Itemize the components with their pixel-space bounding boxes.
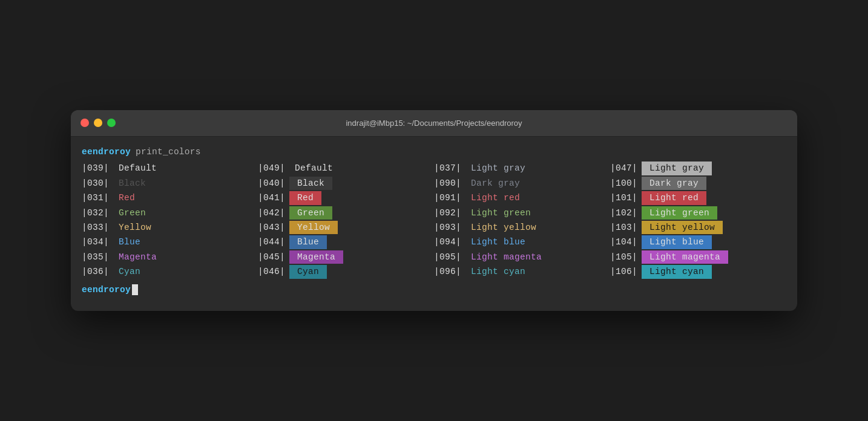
- color-code: |037|: [434, 162, 465, 175]
- list-item: |035| Magenta: [82, 250, 258, 264]
- color-label: Light magenta: [465, 250, 542, 264]
- prompt-username: eendroroy: [82, 145, 131, 158]
- list-item: |049| Default: [258, 161, 434, 175]
- color-label: Light gray: [642, 162, 712, 175]
- color-label: Cyan: [113, 265, 140, 278]
- list-item: |039| Default: [82, 161, 258, 175]
- list-item: |032| Green: [82, 206, 258, 220]
- color-code: |041|: [258, 191, 289, 204]
- list-item: |094| Light blue: [434, 235, 610, 249]
- list-item: |041| Red: [258, 191, 434, 205]
- list-item: |100| Dark gray: [610, 176, 786, 191]
- list-item: |104| Light blue: [610, 235, 786, 249]
- titlebar: indrajit@iMbp15: ~/Documents/Projects/ee…: [71, 110, 797, 137]
- color-code: |102|: [610, 206, 642, 220]
- terminal-window: indrajit@iMbp15: ~/Documents/Projects/ee…: [71, 110, 797, 312]
- terminal-body[interactable]: eendroroy print_colors |039| Default |03…: [71, 137, 797, 312]
- color-code: |039|: [82, 162, 113, 175]
- color-label: Default: [289, 162, 333, 175]
- color-code: |045|: [258, 250, 289, 264]
- color-code: |033|: [82, 221, 113, 234]
- list-item: |096| Light cyan: [434, 264, 610, 279]
- color-label: Magenta: [289, 250, 343, 264]
- color-label: Green: [113, 206, 146, 220]
- color-code: |094|: [434, 235, 465, 249]
- list-item: |045| Magenta: [258, 250, 434, 264]
- color-table: |039| Default |030| Black |031| Red |032…: [82, 161, 786, 279]
- list-item: |034| Blue: [82, 235, 258, 249]
- list-item: |040| Black: [258, 176, 434, 191]
- color-code: |103|: [610, 221, 642, 234]
- list-item: |090| Dark gray: [434, 176, 610, 191]
- maximize-button[interactable]: [107, 119, 116, 127]
- color-label: Light yellow: [642, 221, 723, 234]
- color-code: |044|: [258, 235, 289, 249]
- color-label: Light cyan: [642, 265, 712, 278]
- color-code: |101|: [610, 191, 642, 204]
- color-label: Light cyan: [465, 265, 525, 278]
- list-item: |033| Yellow: [82, 220, 258, 235]
- list-item: |042| Green: [258, 206, 434, 220]
- color-code: |092|: [434, 206, 465, 220]
- color-code: |104|: [610, 235, 642, 249]
- color-label: Red: [289, 191, 321, 204]
- color-code: |036|: [82, 265, 113, 278]
- color-code: |035|: [82, 250, 113, 264]
- list-item: |043| Yellow: [258, 220, 434, 235]
- list-item: |031| Red: [82, 191, 258, 205]
- color-code: |049|: [258, 162, 289, 175]
- color-code: |034|: [82, 235, 113, 249]
- color-code: |091|: [434, 191, 465, 204]
- color-label: Red: [113, 191, 135, 204]
- color-code: |046|: [258, 265, 289, 278]
- color-code: |031|: [82, 191, 113, 204]
- color-code: |095|: [434, 250, 465, 264]
- cursor-block: [132, 284, 138, 295]
- col-light-background: |047| Light gray |100| Dark gray |101| L…: [610, 161, 786, 279]
- list-item: |091| Light red: [434, 191, 610, 205]
- window-title: indrajit@iMbp15: ~/Documents/Projects/ee…: [346, 119, 522, 128]
- list-item: |030| Black: [82, 176, 258, 191]
- color-label: Light red: [642, 191, 706, 204]
- list-item: |101| Light red: [610, 191, 786, 205]
- color-label: Yellow: [113, 221, 151, 234]
- color-label: Green: [289, 206, 332, 220]
- color-code: |090|: [434, 177, 465, 190]
- color-label: Default: [113, 162, 157, 175]
- minimize-button[interactable]: [94, 119, 102, 127]
- color-code: |043|: [258, 221, 289, 234]
- list-item: |095| Light magenta: [434, 250, 610, 264]
- list-item: |093| Light yellow: [434, 220, 610, 235]
- color-label: Dark gray: [465, 177, 520, 190]
- list-item: |036| Cyan: [82, 264, 258, 279]
- color-label: Light gray: [465, 162, 525, 175]
- color-label: Light yellow: [465, 221, 536, 234]
- color-label: Black: [113, 177, 146, 190]
- prompt-command: print_colors: [136, 145, 201, 158]
- list-item: |103| Light yellow: [610, 220, 786, 235]
- list-item: |106| Light cyan: [610, 264, 786, 279]
- bottom-prompt-line: eendroroy: [82, 283, 786, 296]
- list-item: |047| Light gray: [610, 161, 786, 175]
- color-code: |032|: [82, 206, 113, 220]
- color-label: Cyan: [289, 265, 327, 278]
- color-label: Light green: [642, 206, 717, 220]
- color-label: Light red: [465, 191, 520, 204]
- list-item: |046| Cyan: [258, 264, 434, 279]
- list-item: |092| Light green: [434, 206, 610, 220]
- traffic-lights: [81, 119, 116, 127]
- list-item: |037| Light gray: [434, 161, 610, 175]
- close-button[interactable]: [81, 119, 89, 127]
- color-label: Blue: [289, 235, 327, 249]
- col-light-foreground: |037| Light gray |090| Dark gray |091| L…: [434, 161, 610, 279]
- col-background: |049| Default |040| Black |041| Red |042…: [258, 161, 434, 279]
- color-code: |047|: [610, 162, 642, 175]
- color-label: Magenta: [113, 250, 157, 264]
- color-label: Dark gray: [642, 177, 706, 190]
- command-line: eendroroy print_colors: [82, 145, 786, 158]
- color-code: |100|: [610, 177, 642, 190]
- list-item: |102| Light green: [610, 206, 786, 220]
- color-label: Yellow: [289, 221, 338, 234]
- color-code: |105|: [610, 250, 642, 264]
- col-foreground: |039| Default |030| Black |031| Red |032…: [82, 161, 258, 279]
